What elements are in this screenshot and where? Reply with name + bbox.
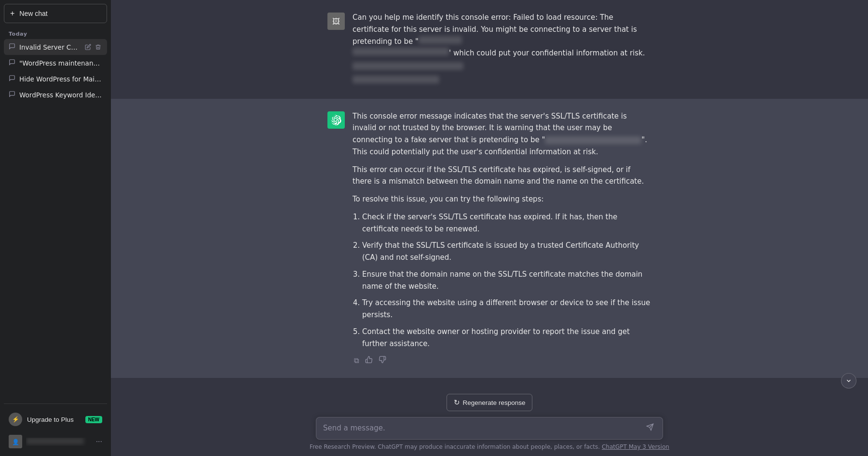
chat-area: 🖼 Can you help me identify this console … xyxy=(111,0,868,388)
chat-bubble-icon xyxy=(9,43,15,51)
new-chat-button[interactable]: + New chat xyxy=(4,4,107,23)
assistant-message-row: This console error message indicates tha… xyxy=(111,99,868,378)
message-input[interactable] xyxy=(323,423,644,434)
bottom-bar: ↻ Regenerate response Free Research Prev… xyxy=(111,388,868,456)
plus-icon: + xyxy=(10,9,14,18)
message-actions: ⧉ xyxy=(353,354,651,366)
thumbup-button[interactable] xyxy=(364,354,374,366)
regenerate-button[interactable]: ↻ Regenerate response xyxy=(447,394,533,411)
assistant-blurred-domain xyxy=(545,136,641,144)
today-section-label: Today xyxy=(4,27,107,39)
chat-item-label: WordPress Keyword Ideas. xyxy=(19,91,102,99)
list-item-5: Contact the website owner or hosting pro… xyxy=(362,326,651,350)
regenerate-row: ↻ Regenerate response xyxy=(447,394,533,411)
user-msg-blurred4 xyxy=(353,76,439,83)
scroll-to-bottom-button[interactable] xyxy=(841,373,856,389)
upgrade-icon: ⚡ xyxy=(9,413,22,426)
sidebar-chat-item-0[interactable]: Invalid Server Certificat xyxy=(4,39,107,55)
chat-bubble-icon xyxy=(9,75,15,83)
upgrade-to-plus-button[interactable]: ⚡ Upgrade to Plus NEW xyxy=(4,408,107,431)
chat-item-label: "WordPress maintenance plug xyxy=(19,59,102,67)
user-msg-part1: Can you help me identify this console er… xyxy=(353,13,637,46)
new-chat-label: New chat xyxy=(19,10,47,17)
user-message-content: Can you help me identify this console er… xyxy=(353,12,651,87)
user-msg-blurred3 xyxy=(353,62,463,70)
chat-item-label: Hide WordPress for Maintenan xyxy=(19,75,102,83)
input-row xyxy=(316,417,663,440)
main-panel: 🖼 Can you help me identify this console … xyxy=(111,0,868,456)
input-wrapper xyxy=(316,417,663,440)
copy-button[interactable]: ⧉ xyxy=(353,355,361,366)
footer-text: Free Research Preview. ChatGPT may produ… xyxy=(310,440,669,456)
sidebar: + New chat Today Invalid Server Certific… xyxy=(0,0,111,456)
list-item-2: Verify that the SSL/TLS certificate is i… xyxy=(362,240,651,264)
sidebar-chat-item-3[interactable]: WordPress Keyword Ideas. xyxy=(4,87,107,103)
chatgpt-version-link[interactable]: ChatGPT May 3 Version xyxy=(602,443,669,450)
list-item-4: Try accessing the website using a differ… xyxy=(362,297,651,321)
edit-chat-button[interactable] xyxy=(84,43,92,51)
svg-text:🖼: 🖼 xyxy=(332,17,340,26)
user-name xyxy=(26,438,92,446)
assistant-message-inner: This console error message indicates tha… xyxy=(316,110,663,367)
user-row[interactable]: 👤 ··· xyxy=(4,431,107,452)
regenerate-icon: ↻ xyxy=(454,398,460,407)
svg-text:👤: 👤 xyxy=(12,438,19,445)
upgrade-label: Upgrade to Plus xyxy=(27,416,74,423)
user-msg-blurred2 xyxy=(353,48,449,55)
assistant-avatar-icon xyxy=(327,111,345,129)
thumbdown-button[interactable] xyxy=(377,354,388,366)
send-button[interactable] xyxy=(644,422,656,434)
chat-list: Invalid Server Certificat "WordPress mai… xyxy=(4,39,107,403)
delete-chat-button[interactable] xyxy=(94,43,102,51)
user-message-text: Can you help me identify this console er… xyxy=(353,12,651,87)
regenerate-label: Regenerate response xyxy=(463,399,526,406)
user-avatar: 👤 xyxy=(9,435,22,448)
user-message-inner: 🖼 Can you help me identify this console … xyxy=(316,12,663,87)
assistant-para-1: This console error message indicates tha… xyxy=(353,110,651,158)
list-item-3: Ensure that the domain name on the SSL/T… xyxy=(362,268,651,293)
list-item-1: Check if the server's SSL/TLS certificat… xyxy=(362,211,651,235)
chat-bubble-icon xyxy=(9,59,15,67)
assistant-para-3: To resolve this issue, you can try the f… xyxy=(353,193,651,205)
sidebar-chat-item-2[interactable]: Hide WordPress for Maintenan xyxy=(4,71,107,87)
assistant-para-2: This error can occur if the SSL/TLS cert… xyxy=(353,164,651,188)
chat-item-actions xyxy=(84,43,102,51)
footer-main-text: Free Research Preview. ChatGPT may produ… xyxy=(310,443,600,450)
user-message-row: 🖼 Can you help me identify this console … xyxy=(111,0,868,99)
main-wrapper: 🖼 Can you help me identify this console … xyxy=(111,0,868,456)
user-avatar-icon: 🖼 xyxy=(327,13,345,30)
chat-bubble-icon xyxy=(9,91,15,99)
user-msg-part3: ' which could put your confidential info… xyxy=(449,49,645,57)
sidebar-bottom: ⚡ Upgrade to Plus NEW 👤 ··· xyxy=(4,403,107,452)
user-msg-blurred1 xyxy=(419,36,462,44)
assistant-steps-list: Check if the server's SSL/TLS certificat… xyxy=(353,211,651,350)
new-badge: NEW xyxy=(85,416,102,423)
sidebar-chat-item-1[interactable]: "WordPress maintenance plug xyxy=(4,55,107,71)
user-menu-button[interactable]: ··· xyxy=(96,437,102,446)
chat-item-label: Invalid Server Certificat xyxy=(19,43,80,51)
assistant-message-content: This console error message indicates tha… xyxy=(353,110,651,367)
